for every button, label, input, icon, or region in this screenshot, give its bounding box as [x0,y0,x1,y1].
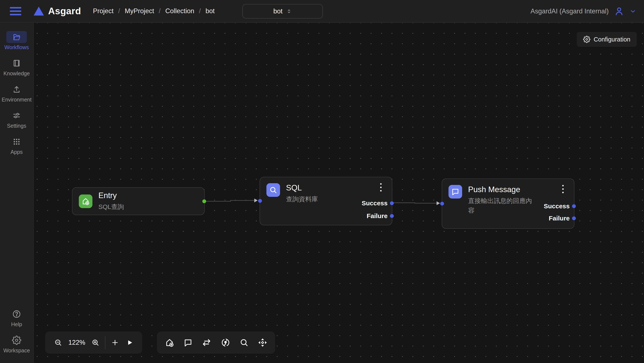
output-label-failure: Failure [367,212,388,220]
hamburger-menu-icon[interactable] [10,6,22,16]
house-plus-icon [164,338,174,348]
move-arrows-icon [258,338,268,348]
add-sql-node-button[interactable] [238,337,250,349]
plus-icon [111,339,119,347]
zoom-in-icon [91,339,100,347]
sidebar-item-apps[interactable]: Apps [6,136,27,155]
loop-lightbulb-icon [221,338,230,348]
node-tools-toolbar [157,332,275,354]
workflow-select[interactable]: bot [242,4,323,18]
node-entry[interactable]: Entry SQL查詢 [72,187,205,215]
breadcrumb-bot[interactable]: bot [206,7,215,15]
move-tool-button[interactable] [256,337,269,349]
breadcrumb-separator: / [118,7,120,15]
add-iteration-node-button[interactable] [219,337,232,349]
node-subtitle: SQL查詢 [98,202,124,212]
sidebar-label: Knowledge [4,70,30,77]
output-label-failure: Failure [549,215,570,222]
node-kebab-menu-icon[interactable] [561,184,564,194]
search-icon [269,186,278,194]
top-bar: Asgard Project / MyProject / Collection … [0,0,644,22]
sidebar-label: Environment [2,97,32,103]
sidebar: Workflows Knowledge Environment Settings [0,23,34,363]
chat-bubble-icon [451,187,460,196]
user-icon[interactable] [614,6,624,16]
zoom-out-button[interactable] [53,337,64,348]
help-icon [12,309,21,319]
add-message-node-button[interactable] [182,337,194,349]
zoom-toolbar: 122% [45,332,142,354]
workflow-canvas[interactable]: Configuration Entry SQL查詢 [34,23,644,363]
breadcrumb-separator: / [159,7,161,15]
run-workflow-button[interactable] [125,338,134,348]
book-icon [12,59,21,68]
configuration-label: Configuration [594,36,630,43]
house-plus-icon [81,197,90,206]
add-node-button[interactable] [110,337,120,348]
swap-arrows-icon [202,338,212,348]
input-port[interactable] [440,202,444,206]
zoom-level: 122% [68,339,86,347]
gear-icon [12,336,21,345]
sidebar-label: Workflows [4,44,29,50]
account-area: AsgardAI (Asgard Internal) [530,0,636,22]
node-push-message[interactable]: Push Message 直接輸出訊息的回應內容 Success Failure [442,179,574,229]
sidebar-item-workflows[interactable]: Workflows [4,31,29,50]
input-port[interactable] [258,199,262,203]
breadcrumb: Project / MyProject / Collection / bot [93,7,215,15]
sidebar-item-settings[interactable]: Settings [6,110,27,129]
add-entry-node-button[interactable] [163,337,176,349]
zoom-out-icon [54,339,62,347]
upload-icon [12,85,21,94]
account-chevron-down-icon[interactable] [630,8,636,15]
sidebar-item-knowledge[interactable]: Knowledge [4,57,30,77]
output-port-failure[interactable] [390,214,394,218]
gear-icon [583,36,590,43]
output-port[interactable] [202,199,206,203]
node-subtitle: 查詢資料庫 [286,194,318,204]
sidebar-label: Help [11,321,22,328]
app-logo: Asgard [34,6,81,16]
logo-triangle-icon [34,6,44,15]
node-title: Entry [98,191,124,200]
node-subtitle: 直接輸出訊息的回應內容 [468,196,534,215]
output-port-failure[interactable] [572,216,576,220]
output-port-success[interactable] [572,204,576,208]
sidebar-item-workspace[interactable]: Workspace [4,334,30,354]
account-label: AsgardAI (Asgard Internal) [530,7,609,15]
logo-text: Asgard [48,6,81,16]
node-kebab-menu-icon[interactable] [379,182,382,192]
sidebar-label: Apps [11,149,23,155]
output-label-success: Success [362,199,388,207]
add-swap-node-button[interactable] [200,337,213,349]
breadcrumb-separator: / [199,7,201,15]
chat-bubble-icon [183,338,193,347]
workflow-select-value: bot [273,7,282,15]
breadcrumb-project[interactable]: Project [93,7,114,15]
zoom-in-button[interactable] [90,337,101,348]
folder-open-icon [12,32,21,41]
node-title: Push Message [468,185,534,194]
sidebar-label: Settings [7,123,26,129]
sidebar-item-help[interactable]: Help [6,308,27,328]
output-label-success: Success [544,202,570,210]
sliders-icon [12,111,21,120]
sidebar-item-environment[interactable]: Environment [2,83,32,103]
output-port-success[interactable] [390,201,394,205]
play-icon [126,339,133,346]
sidebar-footer: Help Workspace [4,308,30,363]
breadcrumb-myproject[interactable]: MyProject [125,7,154,15]
sidebar-label: Workspace [4,348,30,354]
apps-grid-icon [12,137,21,146]
select-updown-icon [286,8,292,14]
node-title: SQL [286,183,318,193]
configuration-button[interactable]: Configuration [577,32,637,47]
toolbar-divider [105,336,106,349]
search-icon [239,338,249,347]
node-sql[interactable]: SQL 查詢資料庫 Success Failure [260,177,392,225]
breadcrumb-collection[interactable]: Collection [165,7,194,15]
